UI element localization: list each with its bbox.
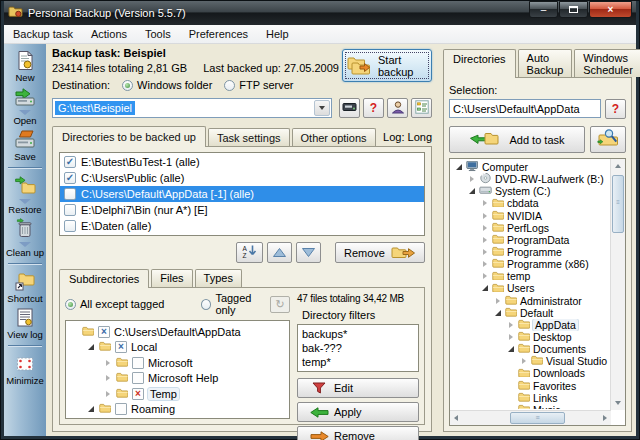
target-path-combobox[interactable]: G:\test\Beispiel <box>52 98 332 118</box>
browser-tree-row[interactable]: temp <box>453 270 609 282</box>
selection-help-button[interactable]: ? <box>605 99 626 119</box>
sort-button[interactable]: AZ <box>236 242 263 263</box>
expand-icon[interactable] <box>481 261 489 267</box>
toolbar-minimize-button[interactable]: Minimize <box>6 352 43 386</box>
tab-directories[interactable]: Directories <box>443 49 516 78</box>
browser-tree-row[interactable]: Users <box>453 282 609 294</box>
edit-filter-button[interactable]: Edit <box>297 378 419 398</box>
collapse-icon[interactable] <box>468 188 476 194</box>
user-button[interactable] <box>387 98 408 118</box>
expand-icon[interactable] <box>507 334 515 340</box>
browser-tree-row[interactable]: System (C:) <box>453 185 609 197</box>
vertical-scrollbar[interactable]: ≡ <box>610 159 625 410</box>
subdir-tree-row[interactable]: ×Local <box>66 340 289 356</box>
browser-tree-row[interactable]: Downloads <box>453 367 609 379</box>
minimize-window-button[interactable]: – <box>529 1 558 18</box>
scrollbar-thumb[interactable]: ≡ <box>510 412 565 424</box>
browser-tree-row[interactable]: Programme (x86) <box>453 258 609 270</box>
backup-dir-row[interactable]: ✓C:\Users\Public (alle) <box>60 170 424 186</box>
menu-help[interactable]: Help <box>257 26 298 42</box>
browser-tree-row[interactable]: cbdata <box>453 197 609 209</box>
horizontal-scrollbar[interactable]: ≡ <box>450 410 611 425</box>
selection-input[interactable] <box>449 99 601 118</box>
filter-item[interactable]: backups* <box>302 327 414 341</box>
browser-tree-row[interactable]: ProgramData <box>453 234 609 246</box>
collapse-icon[interactable] <box>87 406 95 412</box>
tagged-only-radio[interactable]: Tagged only <box>201 292 270 316</box>
apply-filter-button[interactable]: Apply <box>297 402 419 422</box>
checkbox-icon[interactable] <box>64 204 76 216</box>
tab-files[interactable]: Files <box>151 269 192 287</box>
start-backup-button[interactable]: Start backup <box>342 49 432 82</box>
search-directories-button[interactable] <box>590 126 626 153</box>
expand-icon[interactable] <box>104 375 112 381</box>
browser-tree-row[interactable]: Desktop <box>453 331 609 343</box>
directory-browser-tree[interactable]: ComputerDVD-RW-Laufwerk (B:)System (C:)c… <box>453 161 609 409</box>
browser-tree-row[interactable]: Music <box>453 404 609 409</box>
tab-windows-scheduler[interactable]: Windows Scheduler <box>574 49 640 77</box>
checkbox-icon[interactable]: ✓ <box>64 172 76 184</box>
scrollbar-thumb[interactable]: ≡ <box>612 175 624 233</box>
browser-tree-row[interactable]: Visual Studio 200 <box>453 355 609 367</box>
backup-dir-row[interactable]: C:\Users\Default\AppData [-1] (alle) <box>60 186 424 202</box>
close-window-button[interactable]: × <box>589 1 632 18</box>
toolbar-new-button[interactable]: New <box>12 49 38 83</box>
subdir-tree-row[interactable]: Microsoft Help <box>66 371 289 387</box>
backup-dir-row[interactable]: E:\Delphi7\Bin (nur A*) [E] <box>60 202 424 218</box>
browser-tree-row[interactable]: Default <box>453 307 609 319</box>
add-to-task-button[interactable]: Add to task <box>449 126 585 153</box>
tag-checkbox-icon[interactable] <box>115 403 127 415</box>
expand-icon[interactable] <box>494 298 502 304</box>
destination-ftp-server-radio[interactable]: FTP server <box>224 79 293 91</box>
tab-auto-backup[interactable]: Auto Backup <box>518 49 573 77</box>
maximize-window-button[interactable] <box>559 1 588 18</box>
tab-directories-to-be-backed-up[interactable]: Directories to be backed up <box>52 126 206 147</box>
backup-directories-list[interactable]: ✓E:\Butest\BuTest-1 (alle)✓C:\Users\Publ… <box>59 152 425 236</box>
browser-tree-row[interactable]: Computer <box>453 161 609 173</box>
tab-subdirectories[interactable]: Subdirectories <box>59 269 149 288</box>
browser-tree-row[interactable]: Links <box>453 392 609 404</box>
tag-checkbox-icon[interactable]: × <box>98 326 110 338</box>
backup-dir-row[interactable]: ✓E:\Butest\BuTest-1 (alle) <box>60 154 424 170</box>
remove-directory-button[interactable]: Remove <box>335 242 425 263</box>
collapse-icon[interactable] <box>494 310 502 316</box>
tab-other-options[interactable]: Other options <box>292 128 376 146</box>
expand-icon[interactable] <box>481 225 489 231</box>
collapse-icon[interactable] <box>87 344 95 350</box>
browser-tree-row[interactable]: DVD-RW-Laufwerk (B:) <box>453 173 609 185</box>
menu-preferences[interactable]: Preferences <box>180 26 257 42</box>
expand-icon[interactable] <box>468 176 476 182</box>
subdirectory-tree[interactable]: ×C:\Users\Default\AppData×LocalMicrosoft… <box>65 320 290 419</box>
menu-backup-task[interactable]: Backup task <box>4 26 82 42</box>
browser-tree-row[interactable]: Administrator <box>453 295 609 307</box>
tag-checkbox-icon[interactable]: × <box>132 388 144 400</box>
tab-task-settings[interactable]: Task settings <box>208 128 290 146</box>
refresh-button[interactable]: ↻ <box>270 296 290 313</box>
checkbox-icon[interactable]: ✓ <box>64 156 76 168</box>
collapse-icon[interactable] <box>507 346 515 352</box>
toolbar-shortcut-button[interactable]: Shortcut <box>7 270 42 304</box>
subdir-tree-row[interactable]: Macromedia <box>66 417 289 419</box>
checkbox-icon[interactable] <box>64 220 76 232</box>
directory-filters-list[interactable]: backups*bak-???temp* <box>297 324 419 372</box>
expand-icon[interactable] <box>520 358 528 364</box>
subdir-tree-row[interactable]: Microsoft <box>66 355 289 371</box>
toolbar-clean-up-button[interactable]: Clean up <box>6 217 44 258</box>
subdir-tree-row[interactable]: ×Temp <box>66 386 289 402</box>
expand-icon[interactable] <box>481 249 489 255</box>
collapse-icon[interactable] <box>481 285 489 291</box>
move-down-button[interactable] <box>296 242 321 263</box>
menu-actions[interactable]: Actions <box>82 26 136 42</box>
tag-checkbox-icon[interactable]: × <box>115 341 127 353</box>
browser-tree-row[interactable]: AppData <box>453 319 609 331</box>
help-button[interactable]: ? <box>363 98 384 118</box>
toolbar-save-button[interactable]: Save <box>12 128 38 162</box>
toolbar-open-button[interactable]: Open <box>12 85 38 126</box>
expand-icon[interactable] <box>481 237 489 243</box>
browser-tree-row[interactable]: Documents <box>453 343 609 355</box>
subdir-tree-row[interactable]: Roaming <box>66 402 289 418</box>
directory-tree-button[interactable] <box>411 98 432 118</box>
checkbox-icon[interactable] <box>64 188 76 200</box>
filter-item[interactable]: bak-??? <box>302 341 414 355</box>
browser-tree-row[interactable]: Programme <box>453 246 609 258</box>
